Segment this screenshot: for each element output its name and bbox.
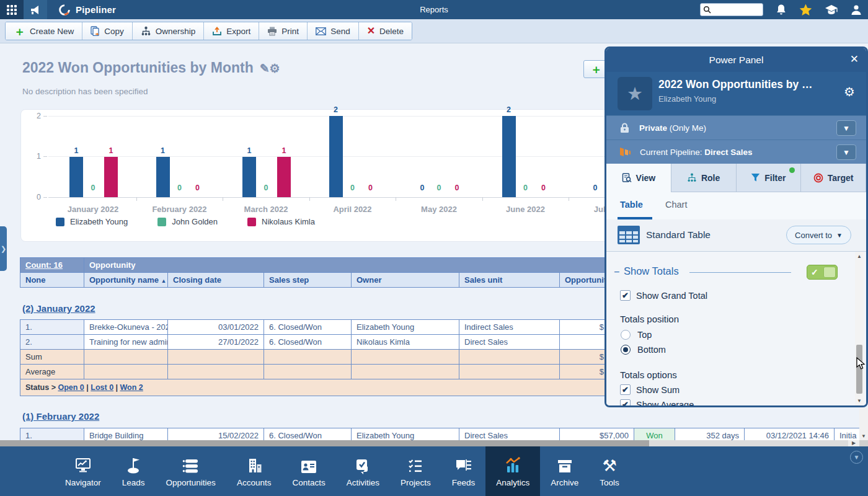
- nav-opportunities[interactable]: Opportunities: [156, 446, 226, 496]
- table-row[interactable]: 1.Bridge Building15/02/20226. Closed/Won…: [20, 428, 868, 441]
- show-grand-total-checkbox[interactable]: ✔: [620, 290, 631, 301]
- chevron-down-icon: ▼: [836, 232, 843, 239]
- totals-position-label: Totals position: [620, 314, 679, 324]
- horizontal-scrollbar[interactable]: ▶: [0, 440, 868, 446]
- report-star-icon[interactable]: ★: [618, 77, 652, 110]
- status-link[interactable]: Lost 0: [91, 383, 113, 392]
- tab-filter[interactable]: Filter: [737, 164, 802, 192]
- close-icon[interactable]: ✕: [850, 54, 859, 64]
- show-sum-checkbox[interactable]: ✔: [620, 384, 631, 395]
- copy-button[interactable]: Copy: [82, 22, 133, 40]
- tools-icon: ⚒: [602, 456, 616, 475]
- subtab-chart[interactable]: Chart: [665, 200, 687, 210]
- nav-leads[interactable]: Leads: [112, 446, 156, 496]
- totals-options-label: Totals options: [620, 370, 677, 380]
- status-link[interactable]: Open 0: [58, 383, 84, 392]
- column-header[interactable]: Closing date: [168, 273, 264, 288]
- nav-archive[interactable]: Archive: [540, 446, 589, 496]
- totals-top-radio[interactable]: [621, 330, 631, 340]
- show-totals-toggle[interactable]: ✓: [807, 265, 838, 280]
- column-header[interactable]: Opportunity name ▲: [84, 273, 168, 288]
- collapse-section-icon[interactable]: −: [614, 267, 619, 278]
- table-cell: $57,000: [560, 428, 634, 441]
- pipeline-chevron-down-icon[interactable]: ▼: [836, 144, 856, 160]
- collapse-nav-chevron-icon[interactable]: ▼: [850, 451, 863, 464]
- nav-accounts[interactable]: Accounts: [226, 446, 282, 496]
- subtab-table[interactable]: Table: [620, 200, 643, 210]
- status-link[interactable]: Won 2: [120, 383, 143, 392]
- view-subtabs: Table Chart: [606, 192, 866, 219]
- table-cell: 352 days: [675, 428, 745, 441]
- print-button[interactable]: Print: [259, 22, 308, 40]
- table-cell: Direct Sales: [459, 335, 560, 350]
- profile-user-icon[interactable]: [851, 4, 862, 16]
- panel-scrollbar-thumb[interactable]: [856, 345, 862, 394]
- table-cell: Elizabeth Young: [352, 320, 459, 335]
- tab-view[interactable]: View: [606, 164, 671, 192]
- delete-button[interactable]: ✕ Delete: [359, 22, 412, 40]
- search-icon: [703, 6, 711, 14]
- nav-projects[interactable]: Projects: [390, 446, 441, 496]
- privacy-row[interactable]: Private (Only Me) ▼: [606, 115, 866, 140]
- table-cell: Nikolaus Kimla: [352, 335, 459, 350]
- nav-navigator[interactable]: Navigator: [55, 446, 112, 496]
- vertical-scrollbar[interactable]: ▼: [859, 408, 868, 440]
- totals-bottom-radio[interactable]: [621, 345, 631, 355]
- pipeline-row[interactable]: Current Pipeline: Direct Sales ▼: [606, 140, 866, 164]
- plus-icon: ＋: [14, 25, 25, 37]
- table-type-row: Standard Table Convert to ▼: [606, 219, 866, 251]
- show-average-label: Show Average: [636, 400, 694, 407]
- section-link[interactable]: (1) February 2022: [22, 411, 99, 422]
- standard-table-icon: [618, 226, 640, 244]
- scroll-right-arrow[interactable]: ▶: [848, 440, 859, 446]
- nav-analytics[interactable]: Analytics: [485, 446, 540, 496]
- nav-activities[interactable]: Activities: [336, 446, 390, 496]
- section-link[interactable]: (2) January 2022: [22, 303, 95, 314]
- convert-to-button[interactable]: Convert to ▼: [786, 226, 851, 244]
- privacy-chevron-down-icon[interactable]: ▼: [836, 120, 856, 136]
- send-button[interactable]: Send: [308, 22, 359, 40]
- notifications-bell-icon[interactable]: [776, 4, 787, 16]
- column-header[interactable]: Owner: [352, 273, 459, 288]
- totals-bottom-label: Bottom: [637, 345, 666, 355]
- tab-target[interactable]: Target: [801, 164, 866, 192]
- column-header[interactable]: None: [20, 273, 84, 288]
- nav-feeds[interactable]: Feeds: [441, 446, 486, 496]
- panel-scroll-up-arrow[interactable]: ▲: [855, 254, 864, 259]
- table-cell: Direct Sales: [459, 428, 560, 441]
- panel-scroll-down-arrow[interactable]: ▼: [855, 398, 864, 404]
- nav-contacts[interactable]: Contacts: [281, 446, 335, 496]
- search-input[interactable]: [700, 3, 763, 16]
- nav-tools[interactable]: ⚒ Tools: [589, 446, 630, 496]
- totals-top-label: Top: [637, 330, 652, 340]
- count-link[interactable]: Count: 16: [20, 258, 84, 273]
- table-cell: Elizabeth Young: [352, 428, 459, 441]
- expand-side-panel-handle[interactable]: ❯: [0, 226, 7, 271]
- column-header[interactable]: Sales step: [264, 273, 352, 288]
- feeds-icon: [454, 458, 473, 475]
- scroll-down-arrow[interactable]: ▼: [859, 433, 868, 439]
- column-header[interactable]: Sales unit: [459, 273, 560, 288]
- panel-report-owner: Elizabeth Young: [658, 94, 716, 104]
- show-totals-title: Show Totals: [624, 265, 679, 277]
- table-cell: 2.: [20, 335, 84, 350]
- create-new-button[interactable]: ＋ Create New: [6, 22, 82, 40]
- export-button[interactable]: Export: [204, 22, 259, 40]
- top-bar: Pipeliner Reports: [0, 0, 868, 19]
- tab-role[interactable]: Role: [671, 164, 737, 192]
- export-icon: [212, 26, 222, 36]
- show-sum-label: Show Sum: [636, 385, 680, 395]
- pipeline-flag-icon: [619, 146, 631, 157]
- ownership-button[interactable]: Ownership: [133, 22, 205, 40]
- panel-report-title: 2022 Won Opportunities by …: [658, 78, 826, 91]
- gear-icon[interactable]: ⚙: [844, 84, 855, 99]
- power-panel-header: Power Panel ✕: [606, 48, 866, 72]
- table-cell: 03/01/2022: [168, 320, 264, 335]
- favorites-star-icon[interactable]: [799, 4, 812, 16]
- horizontal-scrollbar-thumb[interactable]: [0, 440, 649, 446]
- table-cell: 27/01/2022: [168, 335, 264, 350]
- show-average-checkbox[interactable]: ✔: [620, 399, 631, 407]
- panel-scrollbar[interactable]: ▲ ▼: [855, 252, 864, 405]
- check-icon: ✓: [811, 267, 818, 277]
- training-cap-icon[interactable]: [825, 4, 838, 16]
